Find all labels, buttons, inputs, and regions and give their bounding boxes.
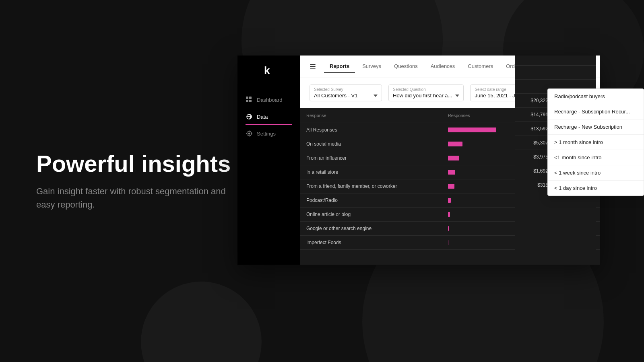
bar-cell	[442, 193, 522, 208]
tab-surveys[interactable]: Surveys	[357, 60, 387, 73]
sidebar-item-data[interactable]: Data	[237, 108, 300, 125]
bar-cell	[442, 123, 522, 137]
dropdown-option[interactable]: Recharge - New Subscription	[548, 119, 644, 135]
dropdown-items-container: Radio/podcast buyersRecharge - Subscript…	[548, 89, 644, 195]
question-dropdown[interactable]: Selected Question How did you first hear…	[388, 84, 464, 101]
data-icon	[246, 113, 253, 120]
bar-cell	[442, 165, 522, 179]
survey-dropdown[interactable]: Selected Survey All Customers - V1	[310, 84, 382, 101]
tab-reports[interactable]: Reports	[324, 60, 355, 73]
response-cell: Google or other search engine	[300, 222, 442, 236]
data-label: Data	[257, 114, 268, 120]
svg-text:k: k	[264, 64, 270, 76]
svg-rect-2	[249, 97, 252, 99]
bar-cell	[442, 151, 522, 165]
svg-rect-4	[249, 100, 252, 102]
question-filter-label: Selected Question	[393, 87, 459, 92]
dropdown-option[interactable]: < 1 day since intro	[548, 181, 644, 195]
survey-filter-value: All Customers - V1	[314, 93, 357, 99]
response-cell: On social media	[300, 137, 442, 151]
question-filter-value: How did you first hear a...	[393, 93, 452, 99]
bar-cell	[442, 208, 522, 222]
settings-label: Settings	[257, 131, 276, 137]
bar-cell	[442, 179, 522, 193]
tab-audiences[interactable]: Audiences	[425, 60, 461, 73]
response-cell: In a retail store	[300, 165, 442, 179]
dashboard-label: Dashboard	[257, 97, 283, 103]
sidebar-item-dashboard[interactable]: Dashboard	[237, 91, 300, 108]
sidebar: k Dashboard	[237, 56, 300, 265]
response-cell: Online article or blog	[300, 208, 442, 222]
response-cell: From a friend, family member, or coworke…	[300, 179, 442, 193]
svg-point-7	[248, 133, 250, 135]
response-cell: All Responses	[300, 123, 442, 137]
sidebar-nav: Dashboard Data	[237, 91, 300, 142]
bar-cell	[442, 236, 522, 250]
survey-filter-label: Selected Survey	[314, 87, 378, 92]
svg-rect-3	[246, 100, 248, 102]
dropdown-option[interactable]: > 1 month since intro	[548, 135, 644, 150]
dropdown-option[interactable]: Radio/podcast buyers	[548, 89, 644, 104]
response-cell: From an influencer	[300, 151, 442, 165]
sidebar-item-settings[interactable]: Settings	[237, 125, 300, 142]
dropdown-option[interactable]: <1 month since intro	[548, 150, 644, 165]
tab-customers[interactable]: Customers	[462, 60, 499, 73]
hamburger-icon[interactable]: ☰	[310, 62, 316, 71]
app-logo: k	[262, 64, 275, 79]
bar-cell	[442, 222, 522, 236]
col-header-response: Response	[300, 108, 442, 123]
response-cell: Podcast/Radio	[300, 193, 442, 208]
left-panel: Powerful insights Gain insight faster wi…	[36, 151, 237, 211]
settings-icon	[246, 130, 253, 137]
dashboard-icon	[246, 96, 253, 103]
dropdown-option[interactable]: Recharge - Subscription Recur...	[548, 104, 644, 119]
dropdown-option[interactable]: < 1 week since intro	[548, 165, 644, 181]
sub-heading: Gain insight faster with robust segmenta…	[36, 185, 237, 211]
col-header-responses: Responses	[442, 108, 522, 123]
bar-cell	[442, 137, 522, 151]
svg-rect-1	[246, 97, 248, 99]
ext-col-1	[515, 56, 561, 66]
ext-col-2	[561, 56, 596, 66]
segment-dropdown-overlay: Radio/podcast buyersRecharge - Subscript…	[547, 88, 644, 196]
bg-decoration-5	[141, 282, 262, 362]
response-cell: Imperfect Foods	[300, 236, 442, 250]
tab-questions[interactable]: Questions	[388, 60, 423, 73]
main-heading: Powerful insights	[36, 151, 237, 177]
